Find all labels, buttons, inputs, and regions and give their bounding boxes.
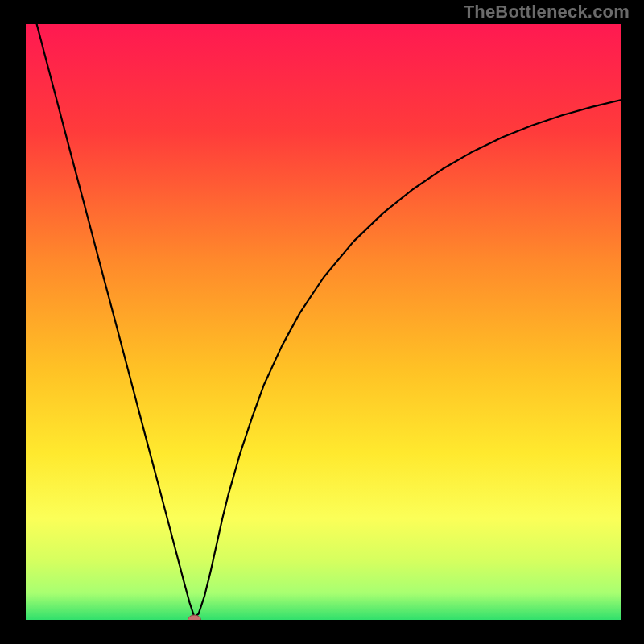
plot-area (26, 24, 621, 620)
plot-svg (26, 24, 621, 620)
chart-frame: TheBottleneck.com (0, 0, 644, 644)
watermark-text: TheBottleneck.com (464, 2, 630, 23)
